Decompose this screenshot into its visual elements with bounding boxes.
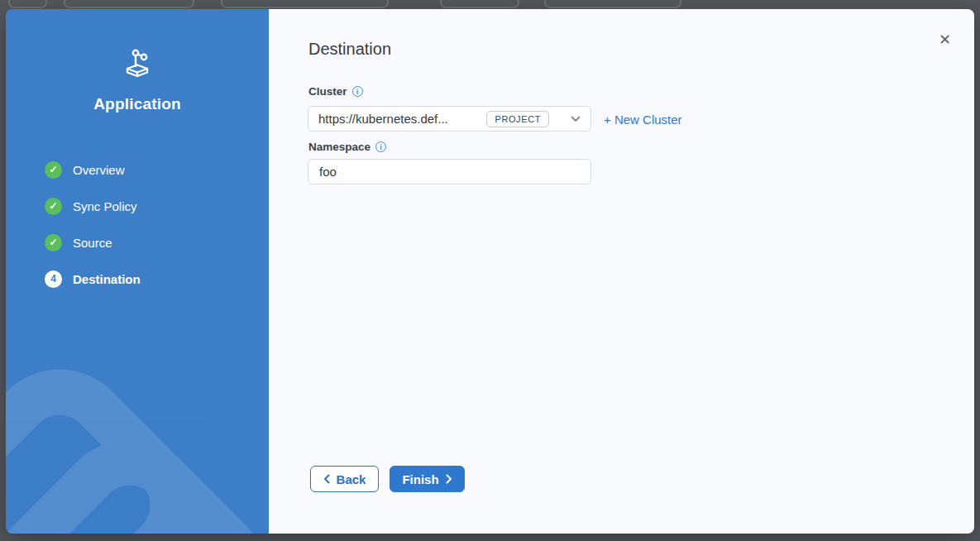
page-title: Destination [308, 40, 391, 59]
check-icon: ✓ [45, 234, 62, 251]
cluster-label-text: Cluster [308, 85, 347, 98]
backdrop-field-5 [544, 0, 681, 8]
back-button[interactable]: Back [310, 466, 379, 492]
wizard-title: Application [6, 95, 269, 113]
chevron-left-icon [323, 474, 330, 484]
backdrop-field-3 [221, 0, 389, 8]
step-label: Overview [73, 163, 125, 177]
backdrop-field-1 [8, 0, 47, 8]
close-icon[interactable]: ✕ [939, 32, 951, 47]
cluster-field-label: Cluster i [308, 85, 363, 98]
back-button-label: Back [337, 472, 366, 486]
wizard-sidebar: Application ✓ Overview ✓ Sync Policy ✓ S… [6, 9, 269, 534]
step-destination[interactable]: 4 Destination [45, 261, 269, 297]
backdrop-field-4 [440, 0, 519, 8]
step-overview[interactable]: ✓ Overview [45, 151, 269, 188]
info-icon[interactable]: i [352, 86, 363, 97]
check-icon: ✓ [45, 198, 62, 215]
chevron-right-icon [446, 474, 452, 484]
destination-panel: ✕ Destination Cluster i https://kubernet… [269, 9, 974, 534]
cluster-selected-value: https://kubernetes.def... [318, 112, 486, 126]
namespace-field-label: Namespace i [308, 141, 386, 153]
step-number-badge: 4 [45, 270, 62, 288]
step-label: Sync Policy [73, 199, 137, 213]
cluster-select[interactable]: https://kubernetes.def... PROJECT [308, 106, 591, 132]
namespace-label-text: Namespace [308, 141, 370, 153]
info-icon[interactable]: i [375, 141, 386, 152]
application-icon [120, 47, 155, 84]
project-badge: PROJECT [486, 111, 549, 127]
step-label: Source [73, 236, 112, 250]
chevron-down-icon [571, 116, 581, 122]
step-source[interactable]: ✓ Source [45, 224, 269, 261]
backdrop-field-2 [64, 0, 194, 8]
check-icon: ✓ [45, 161, 62, 179]
step-sync-policy[interactable]: ✓ Sync Policy [45, 188, 269, 224]
step-label: Destination [73, 272, 141, 286]
namespace-input[interactable] [308, 159, 591, 184]
finish-button[interactable]: Finish [390, 466, 465, 492]
wizard-steps: ✓ Overview ✓ Sync Policy ✓ Source 4 Dest… [6, 151, 269, 297]
new-cluster-link[interactable]: + New Cluster [604, 112, 682, 128]
application-wizard-dialog: Application ✓ Overview ✓ Sync Policy ✓ S… [6, 9, 974, 534]
finish-button-label: Finish [402, 472, 438, 486]
